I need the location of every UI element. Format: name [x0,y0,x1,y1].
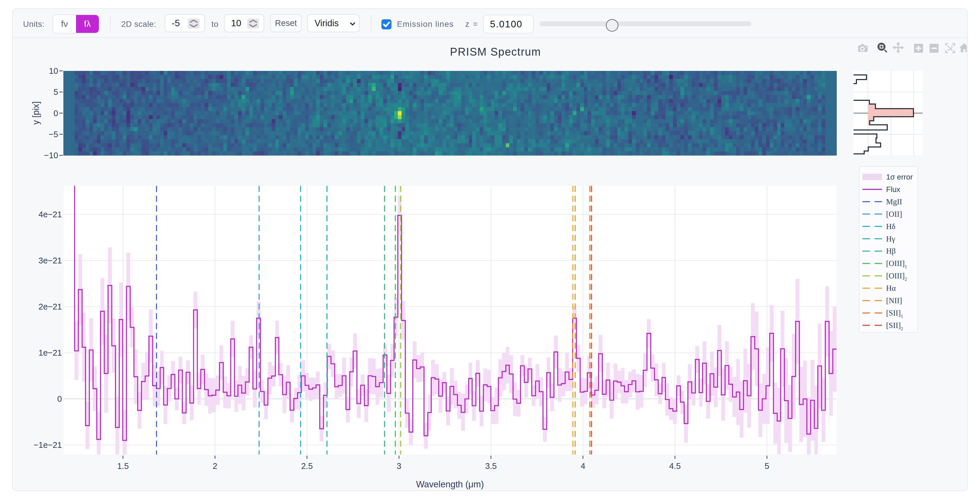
svg-text:3: 3 [397,461,401,471]
svg-text:1σ error: 1σ error [886,172,913,181]
svg-text:10: 10 [49,66,58,75]
svg-text:2e−21: 2e−21 [38,302,62,311]
svg-text:[OIII]2: [OIII]2 [886,271,907,282]
svg-text:[OII]: [OII] [886,210,902,219]
svg-text:Hα: Hα [886,284,896,292]
svg-text:[NII]: [NII] [886,296,902,305]
svg-text:4.5: 4.5 [669,461,681,471]
svg-text:1.5: 1.5 [117,461,129,471]
svg-text:[SII]1: [SII]1 [886,309,903,319]
svg-text:2: 2 [213,461,217,471]
svg-text:3e−21: 3e−21 [38,256,62,265]
svg-text:Hβ: Hβ [886,247,896,255]
svg-text:[OIII]1: [OIII]1 [886,259,907,269]
svg-text:Flux: Flux [886,185,900,194]
svg-text:Hδ: Hδ [886,222,895,231]
svg-text:−10: −10 [44,151,58,160]
svg-text:[SII]2: [SII]2 [886,321,903,331]
svg-text:4: 4 [581,461,585,471]
svg-text:y [pix]: y [pix] [31,101,41,125]
svg-text:5: 5 [54,87,58,97]
svg-text:4e−21: 4e−21 [38,210,62,219]
svg-text:−5: −5 [49,130,58,139]
svg-text:−1e−21: −1e−21 [34,441,62,450]
svg-text:Hγ: Hγ [886,235,895,243]
svg-text:PRISM Spectrum: PRISM Spectrum [450,46,541,58]
svg-text:2.5: 2.5 [301,461,313,471]
svg-text:3.5: 3.5 [485,461,496,471]
svg-text:MgII: MgII [886,198,902,206]
svg-text:Wavelength (μm): Wavelength (μm) [416,479,484,489]
svg-text:5: 5 [765,461,769,471]
svg-text:1e−21: 1e−21 [38,348,62,358]
svg-text:0: 0 [54,109,58,118]
svg-text:0: 0 [57,394,62,404]
